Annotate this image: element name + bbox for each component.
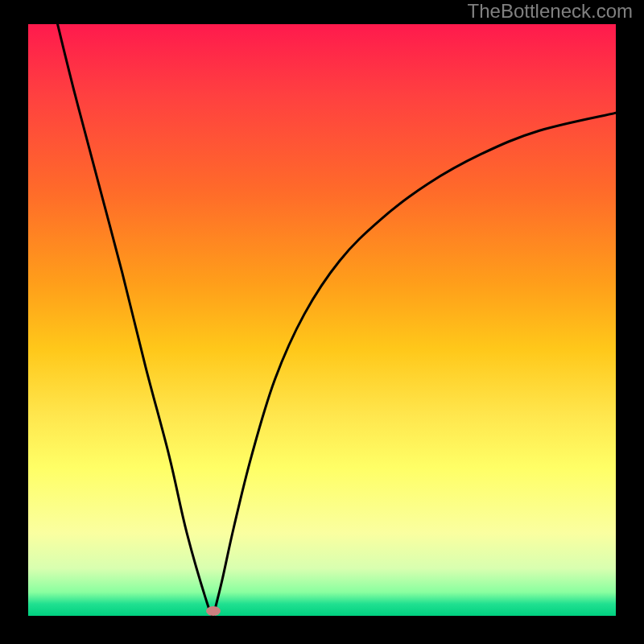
curve-left-branch <box>58 24 213 616</box>
plot-area <box>28 24 616 616</box>
chart-container: TheBottleneck.com <box>0 0 644 644</box>
watermark-text: TheBottleneck.com <box>468 0 633 23</box>
minimum-marker <box>206 606 221 616</box>
curve-svg <box>28 24 616 616</box>
curve-right-branch <box>213 113 616 616</box>
